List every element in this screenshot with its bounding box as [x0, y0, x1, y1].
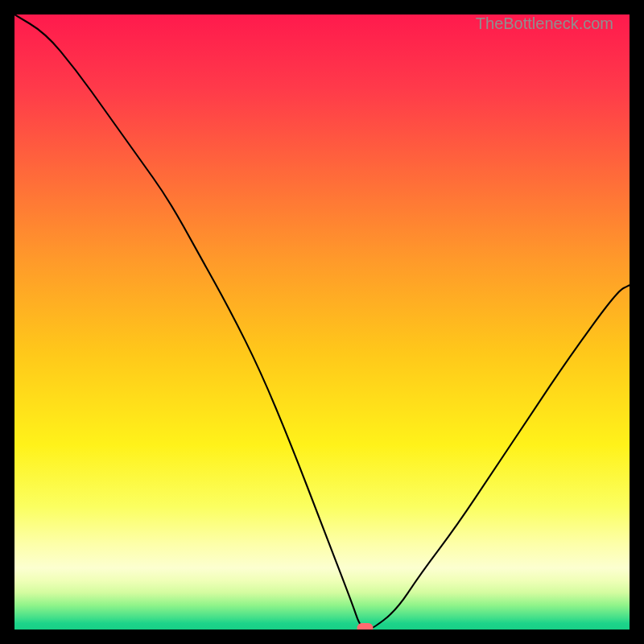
plot-area: TheBottleneck.com	[14, 14, 630, 630]
chart-svg	[14, 14, 630, 630]
curve-marker	[357, 623, 374, 630]
chart-frame: TheBottleneck.com	[0, 0, 644, 644]
bottleneck-curve	[14, 14, 630, 630]
